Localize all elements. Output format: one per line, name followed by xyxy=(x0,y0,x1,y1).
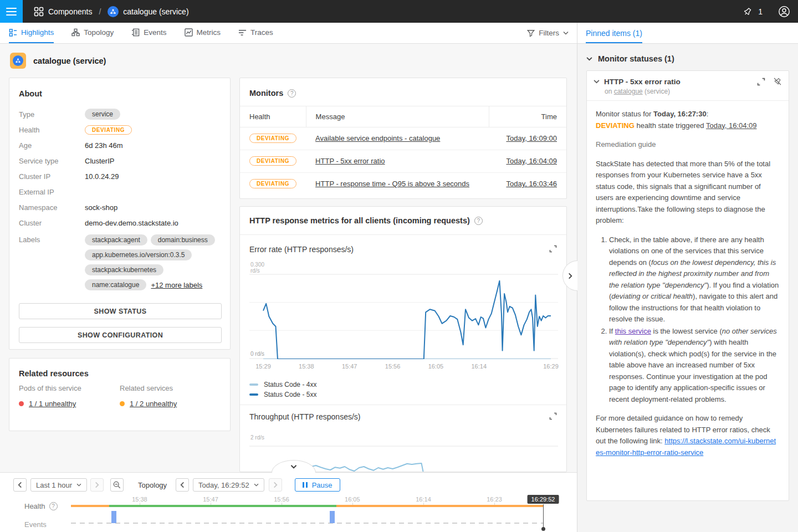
components-grid-icon xyxy=(34,7,44,17)
help-icon[interactable]: ? xyxy=(474,217,483,225)
expand-icon[interactable] xyxy=(757,78,765,86)
labels-label: Labels xyxy=(19,233,85,244)
pinned-tabbar: Pinned items (1) xyxy=(577,23,798,44)
breadcrumb-entity: catalogue (service) xyxy=(123,7,188,16)
tab-label: Metrics xyxy=(197,28,221,37)
event-marker[interactable] xyxy=(330,511,335,523)
tab-metrics[interactable]: Metrics xyxy=(185,23,221,43)
unpin-icon[interactable] xyxy=(773,77,782,86)
pods-unhealthy-link[interactable]: 1 / 1 unhealthy xyxy=(29,400,76,408)
events-row-label: Events xyxy=(24,520,47,529)
remediation-step-2: If this service is the lowest service (n… xyxy=(609,326,780,406)
monitor-link[interactable]: HTTP - 5xx error ratio xyxy=(315,157,385,165)
tab-events[interactable]: Events xyxy=(131,23,166,43)
monitor-statuses-label: Monitor statuses (1) xyxy=(598,54,674,63)
show-status-button[interactable]: SHOW STATUS xyxy=(19,303,222,319)
breadcrumb-separator: / xyxy=(99,7,101,16)
timeline-tick-label: 16:14 xyxy=(416,496,431,503)
monitor-link[interactable]: HTTP - response time - Q95 is above 3 se… xyxy=(315,180,469,188)
metrics-icon xyxy=(185,28,193,37)
traces-icon xyxy=(238,28,247,37)
timeline-cursor-tooltip: 16:29:52 xyxy=(528,495,559,504)
entity-link[interactable]: catalogue xyxy=(614,88,643,95)
related-services-label: Related services xyxy=(120,384,221,392)
legend-swatch-4xx xyxy=(249,383,258,386)
monitor-time-link[interactable]: Today, 16:04:09 xyxy=(506,157,557,165)
trigger-time-link[interactable]: Today, 16:04:09 xyxy=(706,121,757,130)
timeline-tick-label: 15:47 xyxy=(203,496,218,503)
monitor-time-link[interactable]: Today, 16:03:46 xyxy=(506,180,557,188)
remediation-intro: StackState has detected that more than 5… xyxy=(596,158,780,227)
pinned-card-title: HTTP - 5xx error ratio xyxy=(604,78,753,86)
health-segment[interactable] xyxy=(71,505,109,507)
monitors-table: Health Message Time DEVIATING Available … xyxy=(240,106,566,195)
cluster-label: Cluster xyxy=(19,219,85,227)
external-ip-label: External IP xyxy=(19,188,85,196)
range-back-button[interactable] xyxy=(13,478,27,492)
table-row: DEVIATING HTTP - response time - Q95 is … xyxy=(240,172,566,195)
avatar[interactable] xyxy=(778,6,790,18)
chevron-down-icon xyxy=(563,31,569,35)
more-labels-link[interactable]: +12 more labels xyxy=(151,281,202,289)
top-bar: Components / catalogue (service) 1 xyxy=(0,0,798,23)
timeline-tick-label: 16:05 xyxy=(345,496,360,503)
col-message: Message xyxy=(306,106,489,127)
label-pill: name:catalogue xyxy=(85,279,146,290)
legend-item-4xx[interactable]: Status Code - 4xx xyxy=(249,381,316,388)
status-badge: DEVIATING xyxy=(249,179,296,188)
error-rate-chart[interactable] xyxy=(249,274,558,359)
tab-traces[interactable]: Traces xyxy=(238,23,273,43)
help-icon[interactable]: ? xyxy=(49,502,58,510)
health-status-badge: DEVIATING xyxy=(85,125,132,135)
tab-topology[interactable]: Topology xyxy=(71,23,114,43)
label-pill: stackpack:agent xyxy=(85,234,147,245)
expand-icon[interactable] xyxy=(549,245,557,253)
timeline-tick-label: 16:23 xyxy=(487,496,502,503)
filters-button[interactable]: Filters xyxy=(527,23,569,43)
service-type-value: ClusterIP xyxy=(85,157,114,165)
breadcrumb: Components / catalogue (service) xyxy=(34,6,189,17)
related-title: Related resources xyxy=(19,369,89,378)
remediation-outro: For more detailed guidance on how to rem… xyxy=(596,413,780,458)
health-segment[interactable] xyxy=(336,505,543,507)
age-label: Age xyxy=(19,141,85,150)
timeline-tick-mark xyxy=(352,503,353,505)
tab-highlights[interactable]: Highlights xyxy=(9,23,54,43)
monitor-link[interactable]: Available service endpoints - catalogue xyxy=(315,134,440,142)
health-timeline-bar[interactable] xyxy=(71,505,543,507)
label-pill: stackpack:kubernetes xyxy=(85,264,163,275)
help-icon[interactable]: ? xyxy=(288,89,296,98)
page-title: catalogue (service) xyxy=(33,57,106,65)
deviating-dot xyxy=(120,401,125,406)
labels-list: stackpack:agent domain:business app.kube… xyxy=(85,233,221,294)
expand-icon[interactable] xyxy=(549,412,557,420)
monitor-time-link[interactable]: Today, 16:09:00 xyxy=(506,134,557,142)
this-service-link[interactable]: this service xyxy=(615,327,651,335)
timeline-cursor-line[interactable] xyxy=(543,504,544,528)
event-marker[interactable] xyxy=(111,511,116,523)
pin-count: 1 xyxy=(758,7,763,16)
health-segment[interactable] xyxy=(109,505,336,507)
filters-label: Filters xyxy=(539,29,559,37)
breadcrumb-components[interactable]: Components xyxy=(48,7,92,16)
age-value: 6d 23h 46m xyxy=(85,141,123,150)
namespace-value: sock-shop xyxy=(85,203,117,212)
timeline-track[interactable]: 16:29:52 15:3815:4715:5616:0516:1416:23 xyxy=(71,473,543,532)
remediation-guide-title: Remediation guide xyxy=(596,139,780,151)
pin-icon[interactable] xyxy=(743,7,753,17)
legend-item-5xx[interactable]: Status Code - 5xx xyxy=(249,391,316,398)
menu-button[interactable] xyxy=(0,0,23,23)
timeline-panel: Last 1 hour Topology Today, 16:29:52 Pau… xyxy=(0,472,577,532)
services-unhealthy-link[interactable]: 1 / 2 unhealthy xyxy=(130,400,177,408)
chevron-down-icon xyxy=(586,57,592,61)
tab-label: Highlights xyxy=(21,28,54,37)
monitor-statuses-header[interactable]: Monitor statuses (1) xyxy=(577,44,798,70)
error-rate-yzero-label: 0 rd/s xyxy=(250,351,264,357)
view-tabs: Highlights Topology Events Metrics Trace… xyxy=(0,23,577,44)
timeline-cursor-dot[interactable] xyxy=(541,527,545,531)
chevron-down-icon[interactable] xyxy=(594,79,600,84)
show-configuration-button[interactable]: SHOW CONFIGURATION xyxy=(19,327,222,343)
table-row: DEVIATING Available service endpoints - … xyxy=(240,127,566,150)
tab-pinned-items[interactable]: Pinned items (1) xyxy=(586,29,642,43)
error-rate-title: Error rate (HTTP responses/s) xyxy=(249,245,354,254)
